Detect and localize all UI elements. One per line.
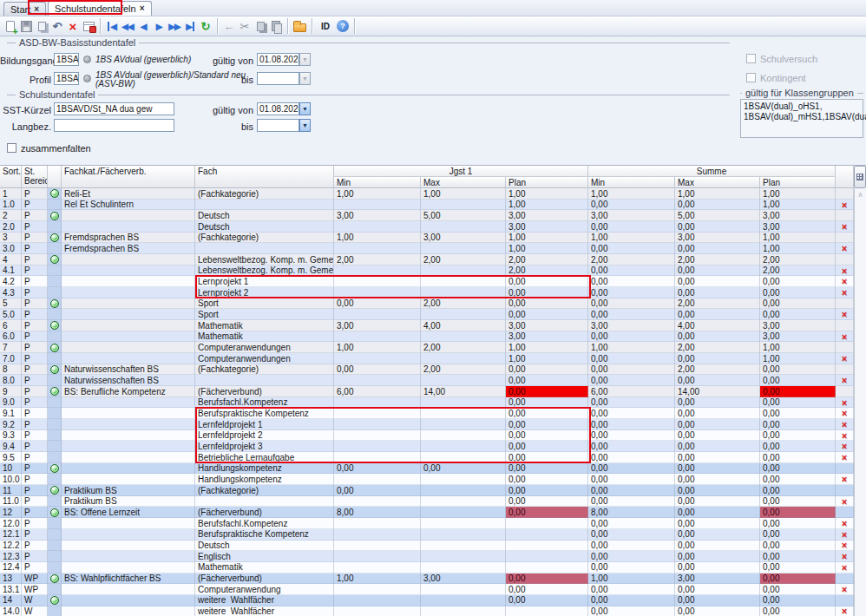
cell-jmax[interactable] bbox=[421, 408, 506, 419]
cell-splan[interactable]: 1,00 bbox=[760, 200, 836, 211]
column-header-fach[interactable]: Fach bbox=[195, 166, 334, 188]
cell-jplan[interactable]: 1,00 bbox=[506, 233, 588, 244]
nav-first-button[interactable]: ◀ bbox=[106, 18, 118, 34]
cell-smin[interactable]: 0,00 bbox=[588, 375, 675, 386]
cell-smax[interactable]: 1,00 bbox=[675, 188, 760, 200]
cell-fachkat[interactable] bbox=[62, 298, 195, 310]
cell-smax[interactable]: 0,00 bbox=[675, 375, 760, 386]
cell-jmin[interactable] bbox=[334, 452, 421, 463]
cell-jmin[interactable]: 6,00 bbox=[334, 386, 421, 397]
table-row-9.1[interactable]: 9.1PBerufspraktische Kompetenz0,000,000,… bbox=[0, 408, 866, 419]
cell-smin[interactable]: 0,00 bbox=[588, 364, 675, 376]
cell-jplan[interactable]: 0,00 bbox=[506, 463, 588, 475]
cell-jmax[interactable] bbox=[421, 452, 506, 463]
table-row-9[interactable]: 9PBS: Berufliche Kompetenz(Fächerverbund… bbox=[0, 386, 866, 397]
cell-smin[interactable]: 0,00 bbox=[588, 243, 675, 254]
cell-jplan[interactable]: 0,00 bbox=[506, 584, 588, 595]
schulversuch-checkbox[interactable] bbox=[746, 54, 756, 63]
cell-fach[interactable]: Lebensweltbezog. Komp. m. Gemeinschaftsk… bbox=[195, 265, 334, 277]
cell-smin[interactable]: 1,00 bbox=[588, 233, 675, 244]
cell-jmax[interactable] bbox=[421, 221, 506, 233]
cell-fach[interactable]: (Fächerverbund) bbox=[195, 507, 334, 518]
column-header-jplan[interactable]: Plan bbox=[506, 177, 588, 188]
cell-fach[interactable]: Deutsch bbox=[195, 221, 334, 233]
cell-smin[interactable]: 0,00 bbox=[588, 397, 675, 409]
table-row-7.0[interactable]: 7.0PComputeranwendungen1,000,000,001,00× bbox=[0, 353, 866, 364]
cell-jmin[interactable]: 0,00 bbox=[334, 298, 421, 310]
cell-splan[interactable]: 0,00 bbox=[760, 452, 836, 463]
basis-gueltig-von-field[interactable]: 01.08.2024 bbox=[257, 53, 299, 66]
cell-splan[interactable]: 0,00 bbox=[760, 551, 836, 562]
cell-fachkat[interactable]: Reli-Et bbox=[62, 188, 195, 200]
cell-fach[interactable]: Sport bbox=[195, 298, 334, 310]
cell-smax[interactable]: 0,00 bbox=[675, 485, 760, 496]
cell-smax[interactable]: 0,00 bbox=[675, 243, 760, 254]
cell-jplan[interactable] bbox=[506, 562, 588, 573]
cell-smin[interactable]: 0,00 bbox=[588, 430, 675, 442]
cell-smin[interactable]: 0,00 bbox=[588, 276, 675, 287]
table-row-12.1[interactable]: 12.1PBerufspraktische Kompetenz0,000,000… bbox=[0, 529, 866, 541]
cell-fachkat[interactable] bbox=[62, 254, 195, 265]
cell-jplan[interactable]: 0,00 bbox=[506, 507, 588, 518]
cell-jplan[interactable]: 0,00 bbox=[506, 364, 588, 376]
cell-splan[interactable]: 0,00 bbox=[760, 496, 836, 508]
column-header-jmin[interactable]: Min bbox=[334, 177, 421, 188]
cell-jmax[interactable] bbox=[421, 397, 506, 409]
cell-jmax[interactable] bbox=[421, 265, 506, 277]
cell-splan[interactable]: 1,00 bbox=[760, 243, 836, 254]
cell-splan[interactable]: 0,00 bbox=[760, 397, 836, 409]
cell-smax[interactable]: 0,00 bbox=[675, 496, 760, 508]
cell-jplan[interactable]: 0,00 bbox=[506, 496, 588, 508]
cell-splan[interactable]: 0,00 bbox=[760, 441, 836, 452]
table-row-13[interactable]: 13WPBS: Wahlpflichtfächer BS(Fächerverbu… bbox=[0, 573, 866, 585]
cell-jmax[interactable] bbox=[421, 606, 506, 616]
cell-jmin[interactable] bbox=[334, 221, 421, 233]
cell-fachkat[interactable]: Rel Et Schulintern bbox=[62, 200, 195, 211]
expand-toggle-icon[interactable] bbox=[50, 189, 59, 198]
cell-splan[interactable]: 3,00 bbox=[760, 331, 836, 343]
cell-smin[interactable]: 0,00 bbox=[588, 474, 675, 485]
cell-fachkat[interactable] bbox=[62, 584, 195, 595]
cell-fachkat[interactable] bbox=[62, 287, 195, 298]
cell-fach[interactable]: Berufsfachl.Kompetenz bbox=[195, 397, 334, 409]
table-row-8.0[interactable]: 8.0PNaturwissenschaften BS0,000,000,000,… bbox=[0, 375, 866, 386]
kontingent-checkbox[interactable] bbox=[746, 73, 756, 82]
delete-row-button[interactable]: × bbox=[842, 277, 847, 286]
table-row-13.1[interactable]: 13.1WPComputeranwendung0,000,000,000,00× bbox=[0, 584, 866, 595]
cell-smax[interactable]: 0,00 bbox=[675, 309, 760, 320]
cell-jplan[interactable]: 3,00 bbox=[506, 221, 588, 233]
cell-splan[interactable]: 0,00 bbox=[760, 518, 836, 529]
delete-row-button[interactable]: × bbox=[842, 475, 847, 484]
cell-fach[interactable]: (Fachkategorie) bbox=[195, 233, 334, 244]
cell-jmin[interactable] bbox=[334, 200, 421, 211]
cell-fach[interactable]: Berufspraktische Kompetenz bbox=[195, 529, 334, 541]
cell-smin[interactable]: 0,00 bbox=[588, 287, 675, 298]
sst-bis-field[interactable] bbox=[257, 119, 299, 132]
expand-toggle-icon[interactable] bbox=[50, 255, 59, 264]
delete-row-button[interactable]: × bbox=[842, 409, 847, 418]
cell-jmin[interactable]: 8,00 bbox=[334, 507, 421, 518]
cell-fachkat[interactable] bbox=[62, 562, 195, 573]
cell-jmax[interactable] bbox=[421, 551, 506, 562]
cell-jmax[interactable]: 4,00 bbox=[421, 320, 506, 331]
cell-fach[interactable] bbox=[195, 375, 334, 386]
cell-jmax[interactable] bbox=[421, 419, 506, 430]
cell-smax[interactable]: 0,00 bbox=[675, 200, 760, 211]
cell-jmin[interactable]: 1,00 bbox=[334, 233, 421, 244]
cell-jplan[interactable]: 3,00 bbox=[506, 331, 588, 343]
cell-smax[interactable]: 4,00 bbox=[675, 320, 760, 331]
cell-fachkat[interactable] bbox=[62, 463, 195, 475]
cell-jplan[interactable]: 0,00 bbox=[506, 430, 588, 442]
cell-splan[interactable]: 0,00 bbox=[760, 562, 836, 573]
langbez-field[interactable] bbox=[54, 119, 174, 132]
cell-fach[interactable]: Berufsfachl.Kompetenz bbox=[195, 518, 334, 529]
cell-fachkat[interactable] bbox=[62, 342, 195, 353]
cell-jmax[interactable]: 3,00 bbox=[421, 233, 506, 244]
cell-jmax[interactable] bbox=[421, 353, 506, 364]
cell-fach[interactable]: Mathematik bbox=[195, 562, 334, 573]
save-button[interactable] bbox=[20, 18, 32, 34]
column-header-fachkat[interactable]: Fachkat./Fächerverb. bbox=[62, 166, 195, 188]
cell-jplan[interactable]: 0,00 bbox=[506, 573, 588, 585]
cell-smax[interactable]: 0,00 bbox=[675, 541, 760, 552]
cell-fach[interactable]: Lernfeldprojekt 2 bbox=[195, 430, 334, 442]
